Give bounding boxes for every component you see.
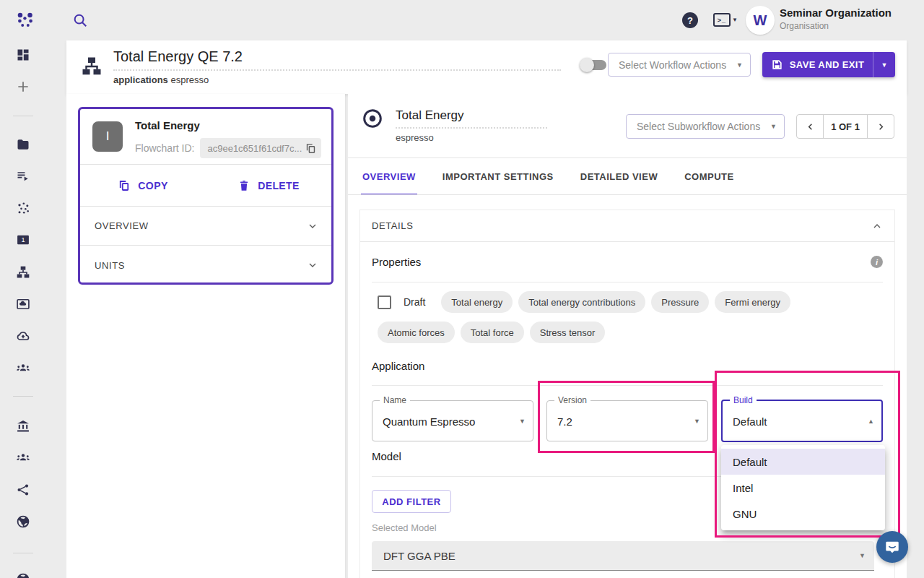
sidebar-rail: 1	[0, 40, 46, 578]
details-section-header[interactable]: DETAILS	[360, 210, 894, 242]
build-option-intel[interactable]: Intel	[721, 475, 885, 501]
property-chip[interactable]: Total energy	[441, 291, 513, 313]
details-card: DETAILS Properties i Draft Total energy …	[359, 210, 895, 578]
page-indicator: 1 OF 1	[823, 115, 868, 138]
cloud-upload-icon[interactable]	[16, 329, 30, 343]
workflow-application: espresso	[170, 74, 209, 85]
copy-id-icon[interactable]	[305, 142, 317, 155]
flowchart-id-field[interactable]: ac9ee1c651f61cdf7c...	[200, 138, 321, 158]
draft-checkbox[interactable]	[378, 296, 391, 309]
copy-button[interactable]: COPY	[80, 165, 206, 206]
save-and-exit-main[interactable]: SAVE AND EXIT	[762, 52, 873, 77]
terminal-icon[interactable]: >_ ▼	[713, 13, 738, 27]
workflow-category: applications	[113, 74, 168, 85]
property-chip[interactable]: Atomic forces	[378, 322, 455, 343]
description-toggle[interactable]	[582, 60, 606, 70]
subworkflow-actions-select[interactable]: Select Subworkflow Actions ▼	[626, 114, 785, 139]
tab-detailed-view[interactable]: DETAILED VIEW	[579, 158, 659, 195]
help-icon[interactable]: ?	[682, 12, 698, 28]
org-name: Seminar Organization	[780, 7, 892, 19]
media-icon[interactable]	[16, 297, 30, 311]
flowchart-panel: I Total Energy Flowchart ID: ac9ee1c651f…	[66, 94, 345, 578]
application-build-label: Build	[730, 395, 757, 405]
unit-card[interactable]: I Total Energy Flowchart ID: ac9ee1c651f…	[78, 107, 334, 285]
slides-icon[interactable]: 1	[16, 233, 30, 247]
bank-icon[interactable]	[16, 419, 30, 434]
users-icon[interactable]	[16, 450, 30, 465]
web-icon[interactable]	[16, 514, 30, 529]
globe-partial-icon[interactable]	[16, 572, 30, 578]
subworkflow-actions-placeholder: Select Subworkflow Actions	[637, 121, 760, 132]
unit-avatar: I	[92, 121, 123, 152]
chevron-up-icon	[871, 220, 883, 232]
app-window: ? >_ ▼ W Seminar Organization Organisati…	[0, 0, 924, 578]
add-icon[interactable]	[16, 79, 30, 94]
selected-model-label: Selected Model	[372, 522, 437, 533]
application-name-value: Quantum Espresso	[383, 415, 475, 427]
chevron-down-icon: ▼	[736, 61, 743, 69]
application-build-value: Default	[733, 415, 767, 427]
subworkflow-application: espresso	[396, 132, 547, 143]
flowchart-id-value: ac9ee1c651f61cdf7c...	[207, 143, 302, 154]
chevron-down-icon	[307, 220, 318, 232]
folder-icon[interactable]	[16, 137, 30, 152]
org-role: Organisation	[780, 21, 892, 31]
mat3ra-logo-icon[interactable]	[16, 11, 35, 30]
subworkflow-tabs: OVERVIEW IMPORTANT SETTINGS DETAILED VIE…	[361, 158, 736, 195]
workflow-actions-placeholder: Select Workflow Actions	[619, 59, 726, 71]
delete-button[interactable]: DELETE	[206, 165, 331, 206]
save-and-exit-button[interactable]: SAVE AND EXIT ▼	[762, 52, 895, 77]
tab-overview[interactable]: OVERVIEW	[361, 158, 417, 195]
build-option-default[interactable]: Default	[721, 449, 885, 475]
dashboard-icon[interactable]	[16, 48, 30, 62]
subworkflow-title: Total Energy	[396, 108, 547, 123]
application-name-select[interactable]: Name Quantum Espresso ▼	[372, 400, 533, 441]
property-chip[interactable]: Pressure	[651, 291, 709, 313]
account-menu[interactable]: Seminar Organization Organisation	[780, 7, 892, 31]
subworkflow-radio-icon	[361, 107, 384, 130]
overview-accordion[interactable]: OVERVIEW	[80, 207, 331, 246]
materials-icon[interactable]	[16, 201, 30, 215]
avatar[interactable]: W	[746, 6, 775, 35]
workflow-flowchart-icon	[81, 56, 103, 77]
application-section-label: Application	[372, 360, 424, 372]
delete-label: DELETE	[258, 180, 300, 191]
topbar: ? >_ ▼ W Seminar Organization Organisati…	[0, 0, 924, 40]
search-icon[interactable]	[72, 12, 88, 28]
chevron-down-icon	[307, 259, 318, 271]
add-filter-button[interactable]: ADD FILTER	[372, 490, 451, 513]
draft-label: Draft	[404, 296, 425, 308]
rail-divider	[13, 116, 33, 116]
info-icon[interactable]: i	[871, 256, 883, 268]
units-accordion[interactable]: UNITS	[80, 246, 331, 285]
property-chip[interactable]: Stress tensor	[530, 322, 606, 343]
chat-launcher[interactable]	[876, 531, 908, 563]
application-version-select[interactable]: Version 7.2 ▼	[546, 400, 708, 441]
terminal-glyph: >_	[713, 13, 731, 27]
chevron-left-icon	[805, 121, 816, 132]
copy-label: COPY	[138, 180, 167, 191]
selected-model-select[interactable]: DFT GGA PBE ▼	[372, 541, 874, 571]
next-page-button[interactable]	[868, 115, 894, 138]
property-chip[interactable]: Fermi energy	[715, 291, 790, 313]
workflows-icon[interactable]	[16, 265, 30, 280]
save-options-dropdown[interactable]: ▼	[873, 52, 895, 77]
chevron-up-icon: ▲	[868, 418, 874, 425]
workflow-subtitle: applications espresso	[113, 74, 561, 85]
workflow-actions-select[interactable]: Select Workflow Actions ▼	[608, 53, 751, 77]
properties-header: Properties i	[372, 242, 883, 282]
dotted-divider	[113, 69, 561, 71]
team-icon[interactable]	[16, 361, 30, 375]
units-accordion-label: UNITS	[95, 260, 125, 271]
tab-important-settings[interactable]: IMPORTANT SETTINGS	[441, 158, 555, 195]
property-chip[interactable]: Total force	[461, 322, 524, 343]
job-scripts-icon[interactable]	[16, 169, 30, 184]
tab-compute[interactable]: COMPUTE	[683, 158, 736, 195]
application-version-label: Version	[554, 395, 590, 405]
build-option-gnu[interactable]: GNU	[721, 501, 885, 527]
application-build-select[interactable]: Build Default ▲	[721, 400, 883, 442]
share-icon[interactable]	[16, 483, 30, 497]
prev-page-button[interactable]	[797, 115, 823, 138]
save-and-exit-label: SAVE AND EXIT	[790, 59, 864, 70]
property-chip[interactable]: Total energy contributions	[518, 291, 645, 313]
